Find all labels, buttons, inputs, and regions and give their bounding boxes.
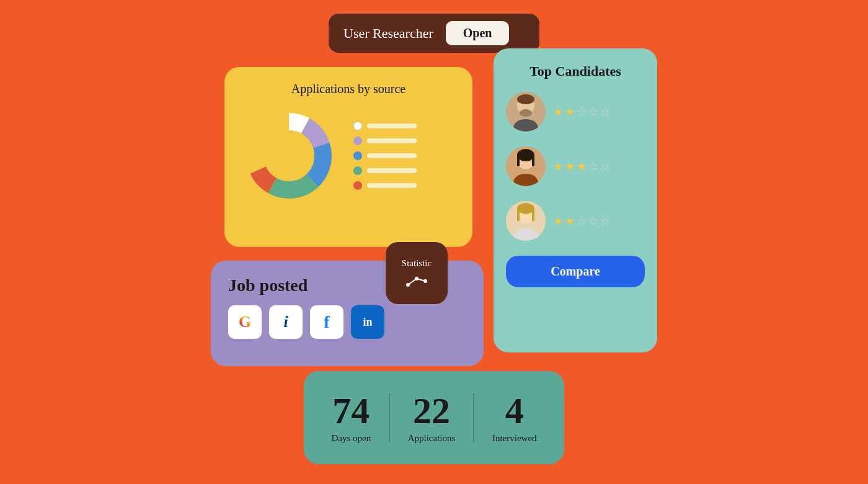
linkedin-in-text: in (363, 316, 372, 329)
job-title: User Researcher (343, 25, 433, 42)
legend-line-2 (367, 138, 417, 143)
star: ☆ (600, 159, 610, 173)
svg-point-9 (520, 109, 532, 117)
stat-divider-1 (389, 393, 390, 442)
candidate-avatar-3 (506, 201, 546, 241)
candidate-avatar-2 (506, 146, 546, 186)
legend-line-5 (367, 183, 417, 188)
interviewed-label: Interviewed (492, 433, 537, 444)
candidates-card: Top Candidates ★ ★ ☆ ☆ ☆ (494, 48, 657, 352)
svg-rect-15 (517, 155, 520, 166)
days-open-number: 74 (331, 392, 371, 429)
star: ★ (553, 105, 563, 119)
linkedin-platform-icon[interactable]: in (351, 305, 384, 339)
legend-dot-3 (353, 151, 362, 160)
legend-item-2 (353, 137, 417, 145)
applications-card: Applications by source (224, 67, 472, 247)
star: ★ (565, 214, 575, 228)
statistic-chart-icon (404, 274, 429, 289)
job-status-badge: Open (446, 21, 510, 45)
svg-line-27 (408, 279, 417, 285)
legend-line-1 (367, 123, 417, 128)
chart-area (239, 106, 458, 205)
legend-item-5 (353, 181, 417, 190)
svg-point-11 (517, 94, 534, 104)
interviewed-number: 4 (492, 392, 537, 429)
stat-interviewed: 4 Interviewed (492, 392, 537, 444)
statistic-label: Statistic (402, 258, 432, 269)
svg-rect-16 (532, 155, 534, 166)
legend-dot-1 (353, 122, 362, 130)
star: ☆ (588, 105, 598, 119)
donut-chart (239, 106, 339, 205)
candidate-row-1: ★ ★ ☆ ☆ ☆ (506, 92, 645, 132)
facebook-platform-icon[interactable]: f (310, 305, 343, 339)
legend-dot-5 (353, 181, 362, 190)
star: ★ (565, 159, 575, 173)
days-open-label: Days open (331, 433, 371, 444)
star: ☆ (577, 105, 587, 119)
svg-point-6 (264, 130, 314, 181)
candidate-stars-3: ★ ★ ☆ ☆ ☆ (553, 214, 610, 228)
legend-dot-2 (353, 137, 362, 145)
star: ☆ (600, 214, 610, 228)
legend-line-4 (367, 168, 417, 173)
google-g-letter: G (239, 313, 251, 331)
stats-bar: 74 Days open 22 Applications 4 Interview… (304, 371, 564, 464)
star: ★ (553, 159, 563, 173)
star: ★ (577, 159, 587, 173)
legend-dot-4 (353, 166, 362, 175)
star: ☆ (600, 105, 610, 119)
svg-rect-21 (517, 208, 520, 221)
svg-point-20 (517, 203, 534, 214)
candidate-row-3: ★ ★ ☆ ☆ ☆ (506, 201, 645, 241)
applications-title: Applications by source (239, 82, 458, 96)
candidate-stars-1: ★ ★ ☆ ☆ ☆ (553, 105, 610, 119)
applications-label: Applications (408, 433, 456, 444)
candidate-row-2: ★ ★ ★ ☆ ☆ (506, 146, 645, 186)
svg-point-14 (517, 149, 534, 161)
facebook-f-letter: f (324, 312, 329, 332)
candidate-stars-2: ★ ★ ★ ☆ ☆ (553, 159, 610, 173)
star: ★ (565, 105, 575, 119)
statistic-button[interactable]: Statistic (386, 242, 448, 304)
candidate-avatar-1 (506, 92, 546, 132)
star: ☆ (588, 214, 598, 228)
stat-applications: 22 Applications (408, 392, 456, 444)
legend-item-4 (353, 166, 417, 175)
star: ☆ (577, 214, 587, 228)
compare-button[interactable]: Compare (506, 256, 645, 287)
star: ★ (553, 214, 563, 228)
star: ☆ (588, 159, 598, 173)
legend-line-3 (367, 153, 417, 158)
candidates-title: Top Candidates (506, 63, 645, 79)
platform-icons-group: G i f in (228, 305, 466, 339)
svg-rect-22 (532, 208, 534, 221)
chart-legend (353, 122, 417, 190)
legend-item-1 (353, 122, 417, 130)
google-platform-icon[interactable]: G (228, 305, 262, 339)
job-title-banner: User Researcher Open (329, 14, 539, 53)
stat-days-open: 74 Days open (331, 392, 371, 444)
indeed-platform-icon[interactable]: i (269, 305, 303, 339)
stat-divider-2 (473, 393, 474, 442)
legend-item-3 (353, 151, 417, 160)
indeed-i-letter: i (283, 313, 288, 331)
applications-number: 22 (408, 392, 456, 429)
